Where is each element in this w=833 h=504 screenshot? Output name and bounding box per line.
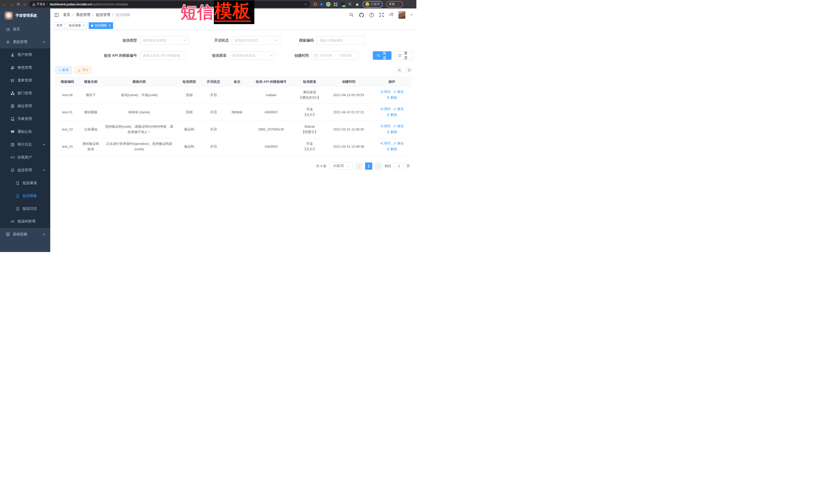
announcement-icon <box>10 130 15 134</box>
online-signal-icon <box>10 155 15 160</box>
api-template-id-input[interactable] <box>140 51 186 60</box>
sidebar-item-sms[interactable]: 短信管理 <box>0 164 50 177</box>
sidebar-item-menus[interactable]: 菜单管理 <box>0 74 50 87</box>
page-size-select[interactable]: 10条/页 <box>329 162 353 170</box>
refresh-table-button[interactable] <box>406 67 412 73</box>
delete-link[interactable]: 删除 <box>387 95 397 100</box>
sidebar-item-roles[interactable]: 角色管理 <box>0 61 50 74</box>
browser-forward-icon[interactable]: → <box>10 2 14 6</box>
more-menu-icon[interactable]: ⋮ <box>397 3 400 6</box>
delete-link[interactable]: 删除 <box>387 147 397 152</box>
next-page-button[interactable]: › <box>375 163 382 170</box>
search-icon[interactable] <box>349 13 354 17</box>
browser-back-icon[interactable]: ← <box>3 2 6 6</box>
test-link[interactable]: 测试 <box>380 89 391 95</box>
edit-link[interactable]: 修改 <box>393 124 404 129</box>
fullscreen-icon[interactable] <box>379 13 384 17</box>
extension-magnifier-icon[interactable] <box>348 2 352 6</box>
goto-page-input[interactable] <box>394 163 404 169</box>
sidebar-item-notice[interactable]: 通知公告 <box>0 125 50 138</box>
template-code-input[interactable] <box>317 36 365 45</box>
extension-list-on-icon[interactable]: on <box>341 3 345 6</box>
close-icon[interactable]: ✕ <box>82 24 85 27</box>
sidebar-item-sms-channel[interactable]: 短信渠道 <box>0 177 50 189</box>
sidebar-item-home[interactable]: 首页 <box>0 23 50 35</box>
date-range-picker[interactable]: 开始日期 - 结束日期 <box>312 51 358 60</box>
edit-link[interactable]: 修改 <box>393 89 404 95</box>
table-row: test_01 测试验证码短信 正在进行登录操作{operation}，您的验证… <box>55 138 412 155</box>
delete-link[interactable]: 删除 <box>387 129 397 135</box>
extension-orange-icon[interactable] <box>314 3 317 6</box>
extensions-puzzle-icon[interactable] <box>355 2 359 6</box>
sidebar-item-online-users[interactable]: 在线用户 <box>0 151 50 164</box>
sidebar-item-infrastructure[interactable]: 基础设施 <box>0 228 50 241</box>
chevron-down-icon <box>275 40 278 41</box>
github-icon[interactable] <box>359 13 364 18</box>
page-content: 短信类型 开启状态 模板编码 短信 API 的模板编号 <box>50 30 416 170</box>
tag-home[interactable]: 首页 <box>54 22 65 29</box>
app-logo[interactable]: 芋道管理系统 <box>0 8 50 23</box>
pencil-icon <box>393 125 396 128</box>
edit-link[interactable]: 修改 <box>393 141 404 146</box>
menu-tree-icon <box>10 78 15 82</box>
tag-sms-template[interactable]: 短信模板 ✕ <box>89 22 113 29</box>
toggle-search-button[interactable] <box>396 67 403 73</box>
extension-y-icon[interactable]: y <box>326 2 331 6</box>
delete-link[interactable]: 删除 <box>387 112 397 118</box>
close-icon[interactable]: ✕ <box>109 24 111 27</box>
chevron-up-icon <box>43 169 45 171</box>
breadcrumb-home[interactable]: 首页 <box>63 13 70 17</box>
channel-select[interactable] <box>230 51 276 60</box>
user-icon <box>10 53 15 57</box>
url-path: /system/sms/sms-template <box>92 3 128 6</box>
page-1-button[interactable]: 1 <box>365 163 372 170</box>
export-button[interactable]: 导出 <box>74 66 92 74</box>
browser-home-icon[interactable]: ⌂ <box>24 2 26 6</box>
address-bar[interactable]: 不安全 dashboard.yudao.iocoder.cn/system/sm… <box>29 1 310 7</box>
trash-icon <box>387 113 390 116</box>
edit-link[interactable]: 修改 <box>393 106 404 112</box>
status-select[interactable] <box>232 36 281 45</box>
test-link[interactable]: 测试 <box>380 141 391 146</box>
font-size-icon[interactable]: TT <box>389 13 393 17</box>
paused-extension-chip[interactable]: 已暂停 <box>362 1 383 8</box>
sidebar-item-sms-template[interactable]: 短信模板 <box>0 189 50 202</box>
add-button[interactable]: + 新增 <box>55 66 72 74</box>
user-menu-caret-icon[interactable] <box>410 14 412 16</box>
extension-grid-icon[interactable] <box>334 3 337 6</box>
breadcrumb-sms[interactable]: 短信管理 <box>96 13 110 17</box>
sidebar-item-audit-log[interactable]: 审计日志 <box>0 138 50 151</box>
bookmark-star-icon[interactable]: ☆ <box>304 2 307 6</box>
pagination: 共 4 条 10条/页 ‹ 1 › 前往 页 <box>55 162 413 170</box>
page-unit-label: 页 <box>407 164 410 168</box>
sidebar-item-posts[interactable]: 岗位管理 <box>0 100 50 113</box>
sidebar: 芋道管理系统 首页 系统管理 用户管理 角色管理 菜单管理 <box>0 8 50 252</box>
sidebar-item-users[interactable]: 用户管理 <box>0 48 50 61</box>
logo-image <box>5 11 13 20</box>
url-domain: dashboard.yudao.iocoder.cn <box>50 3 92 6</box>
browser-update-button[interactable]: 更新 ⋮ <box>386 1 403 8</box>
test-link[interactable]: 测试 <box>380 106 391 112</box>
breadcrumb-system[interactable]: 系统管理 <box>76 13 90 17</box>
sidebar-item-sms-log[interactable]: 短信日志 <box>0 202 50 215</box>
divider <box>47 3 48 6</box>
prev-page-button[interactable]: ‹ <box>355 163 362 170</box>
sms-type-select[interactable] <box>140 36 189 45</box>
test-link[interactable]: 测试 <box>380 124 391 129</box>
sidebar-item-dict[interactable]: 字典管理 <box>0 113 50 125</box>
tag-sms-channel[interactable]: 短信渠道 ✕ <box>66 22 87 29</box>
sidebar-item-departments[interactable]: 部门管理 <box>0 87 50 100</box>
table-row: test_02 公告通知 您的验证码{code}，该验证码5分钟内有效，请勿泄漏… <box>55 121 412 138</box>
sidebar-item-error-codes[interactable]: 错误码管理 <box>0 215 50 228</box>
user-avatar[interactable] <box>399 11 405 19</box>
collapse-sidebar-icon[interactable] <box>54 13 59 17</box>
reset-button[interactable]: 重置 <box>394 51 413 60</box>
sidebar-item-system[interactable]: 系统管理 <box>0 35 50 48</box>
extension-blue-gem-icon[interactable] <box>320 2 323 6</box>
channel-label: 短信渠道 <box>186 53 230 58</box>
help-icon[interactable] <box>369 13 374 18</box>
org-tree-icon <box>10 91 15 95</box>
browser-reload-icon[interactable]: ⟳ <box>17 2 20 6</box>
search-button[interactable]: 搜索 <box>373 51 392 60</box>
not-secure-warning[interactable]: 不安全 <box>32 2 46 6</box>
